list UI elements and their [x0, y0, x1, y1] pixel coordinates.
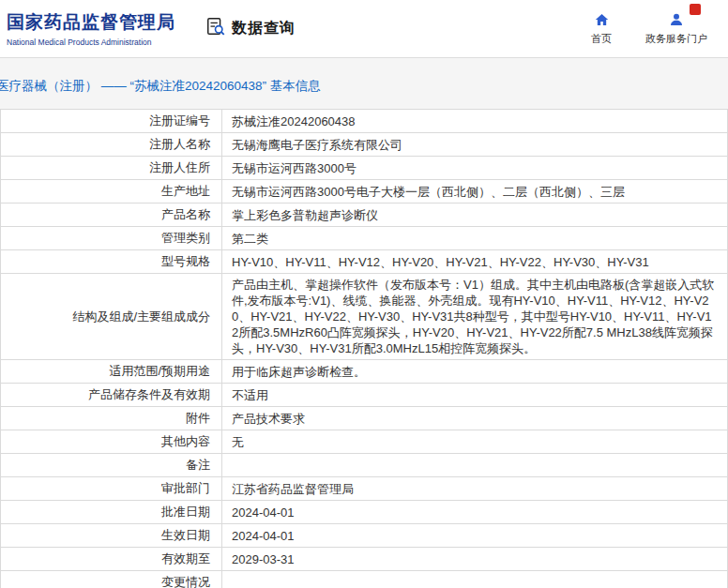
- row-label: 产品储存条件及有效期: [1, 384, 222, 407]
- title-bar: 医疗器械（注册） —— “苏械注准20242060438” 基本信息: [0, 58, 728, 109]
- home-icon: [594, 12, 610, 29]
- nav-portal[interactable]: 政务服务门户: [645, 12, 707, 46]
- table-row: 生产地址无锡市运河西路3000号电子大楼一层（西北侧）、二层（西北侧）、三层: [1, 180, 728, 204]
- row-value: 无锡市运河西路3000号电子大楼一层（西北侧）、二层（西北侧）、三层: [222, 180, 728, 204]
- row-value: [222, 571, 728, 588]
- table-row: 变更情况: [1, 571, 728, 588]
- row-value: 掌上彩色多普勒超声诊断仪: [222, 204, 728, 227]
- table-row: 适用范围/预期用途用于临床超声诊断检查。: [1, 360, 728, 384]
- row-value: 2024-04-01: [222, 524, 728, 548]
- table-row: 审批部门江苏省药品监督管理局: [1, 477, 728, 501]
- page-title: 医疗器械（注册） —— “苏械注准20242060438” 基本信息: [0, 78, 719, 95]
- row-value: HY-V10、HY-V11、HY-V12、HY-V20、HY-V21、HY-V2…: [222, 250, 728, 274]
- row-label: 其他内容: [1, 430, 222, 454]
- row-value: 无锡市运河西路3000号: [222, 157, 728, 180]
- nav-portal-label: 政务服务门户: [645, 32, 707, 46]
- table-row: 型号规格HY-V10、HY-V11、HY-V12、HY-V20、HY-V21、H…: [1, 250, 728, 274]
- row-value: 第二类: [222, 227, 728, 250]
- info-table: 注册证编号苏械注准20242060438注册人名称无锡海鹰电子医疗系统有限公司注…: [0, 109, 728, 588]
- table-row: 有效期至2029-03-31: [1, 548, 728, 571]
- data-query-section: 数据查询: [205, 17, 296, 41]
- row-value: [222, 454, 728, 477]
- row-label: 管理类别: [1, 227, 222, 250]
- data-query-title: 数据查询: [232, 19, 296, 38]
- user-icon: [669, 12, 684, 29]
- row-label: 结构及组成/主要组成成分: [1, 274, 222, 360]
- row-value: 苏械注准20242060438: [222, 110, 728, 133]
- table-row: 生效日期2024-04-01: [1, 524, 728, 548]
- row-value: 无: [222, 430, 728, 454]
- table-row: 注册证编号苏械注准20242060438: [1, 110, 728, 133]
- nav-home-label: 首页: [591, 32, 612, 46]
- row-value: 用于临床超声诊断检查。: [222, 360, 728, 384]
- table-row: 结构及组成/主要组成成分产品由主机、掌超操作软件（发布版本号：V1）组成。其中主…: [1, 274, 728, 360]
- row-label: 生产地址: [1, 180, 222, 204]
- header: 国家药品监督管理局 National Medical Products Admi…: [0, 0, 728, 58]
- info-table-body: 注册证编号苏械注准20242060438注册人名称无锡海鹰电子医疗系统有限公司注…: [1, 110, 728, 588]
- nav-home[interactable]: 首页: [591, 12, 612, 46]
- table-row: 备注: [1, 454, 728, 477]
- table-row: 产品名称掌上彩色多普勒超声诊断仪: [1, 204, 728, 227]
- table-row: 附件产品技术要求: [1, 407, 728, 430]
- row-label: 注册人名称: [1, 133, 222, 157]
- row-label: 审批部门: [1, 477, 222, 501]
- table-row: 其他内容无: [1, 430, 728, 454]
- table-row: 管理类别第二类: [1, 227, 728, 250]
- logo-en-text: National Medical Products Administration: [7, 38, 175, 47]
- row-label: 生效日期: [1, 524, 222, 548]
- table-row: 注册人住所无锡市运河西路3000号: [1, 157, 728, 180]
- table-row: 注册人名称无锡海鹰电子医疗系统有限公司: [1, 133, 728, 157]
- row-value: 2024-04-01: [222, 501, 728, 524]
- content: 注册证编号苏械注准20242060438注册人名称无锡海鹰电子医疗系统有限公司注…: [0, 109, 728, 588]
- data-query-icon: [205, 17, 226, 41]
- row-label: 产品名称: [1, 204, 222, 227]
- row-label: 适用范围/预期用途: [1, 360, 222, 384]
- row-value: 产品由主机、掌超操作软件（发布版本号：V1）组成。其中主机由电路板(含掌超嵌入式…: [222, 274, 728, 360]
- row-value: 产品技术要求: [222, 407, 728, 430]
- table-row: 产品储存条件及有效期不适用: [1, 384, 728, 407]
- row-value: 江苏省药品监督管理局: [222, 477, 728, 501]
- row-label: 型号规格: [1, 250, 222, 274]
- row-label: 备注: [1, 454, 222, 477]
- row-value: 不适用: [222, 384, 728, 407]
- row-value: 2029-03-31: [222, 548, 728, 571]
- row-label: 附件: [1, 407, 222, 430]
- red-badge-icon: [690, 4, 701, 15]
- row-label: 变更情况: [1, 571, 222, 588]
- row-label: 注册证编号: [1, 110, 222, 133]
- header-nav: 首页 政务服务门户: [591, 12, 715, 46]
- row-label: 有效期至: [1, 548, 222, 571]
- row-label: 批准日期: [1, 501, 222, 524]
- table-row: 批准日期2024-04-01: [1, 501, 728, 524]
- nmpa-logo: 国家药品监督管理局 National Medical Products Admi…: [7, 10, 175, 47]
- row-label: 注册人住所: [1, 157, 222, 180]
- row-value: 无锡海鹰电子医疗系统有限公司: [222, 133, 728, 157]
- logo-cn-text: 国家药品监督管理局: [7, 10, 175, 35]
